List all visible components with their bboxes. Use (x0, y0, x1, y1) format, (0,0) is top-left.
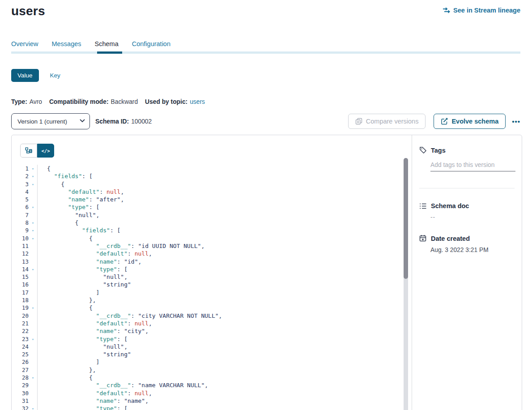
line-number: 20 (12, 312, 29, 320)
line-number: 13 (12, 258, 29, 265)
tab-schema[interactable]: Schema (95, 40, 119, 53)
code-line: 18 }, (12, 296, 411, 304)
code-line: 6▾ "type": [ (12, 203, 411, 211)
fold-toggle-icon[interactable]: ▾ (29, 405, 37, 410)
fold-toggle-icon[interactable]: ▾ (29, 304, 37, 312)
code-text: { (37, 235, 93, 242)
calendar-plus-icon (419, 235, 427, 242)
code-line: 28▾ { (12, 374, 411, 381)
code-line: 15 "null", (12, 273, 411, 281)
tags-title: Tags (431, 147, 446, 154)
code-text: "fields": [ (37, 173, 93, 179)
topic-link[interactable]: users (190, 98, 205, 105)
line-number: 11 (12, 242, 29, 250)
code-line: 26 ] (12, 358, 411, 366)
line-number: 18 (12, 296, 29, 304)
line-number: 10 (12, 235, 29, 242)
line-number: 32 (12, 405, 29, 410)
tab-configuration[interactable]: Configuration (132, 40, 170, 53)
code-editor[interactable]: 1▾{2▾ "fields": [3▾ {4 "default": null,5… (12, 165, 411, 410)
schema-doc-value: -- (430, 214, 515, 221)
key-toggle-button[interactable]: Key (50, 72, 60, 79)
code-line: 7 "null", (12, 211, 411, 219)
code-line: 25 "string" (12, 350, 411, 358)
code-line: 14▾ "type": [ (12, 265, 411, 273)
used-by-topic-label: Used by topic: (145, 98, 187, 105)
line-number: 9 (12, 226, 29, 234)
line-number: 30 (12, 389, 29, 397)
fold-toggle-icon[interactable]: ▾ (29, 204, 37, 211)
fold-toggle-icon[interactable]: ▾ (29, 336, 37, 343)
code-line: 31 "name": "name", (12, 397, 411, 405)
version-select[interactable]: Version 1 (current) (11, 113, 90, 129)
code-line: 5 "name": "after", (12, 196, 411, 203)
code-text: "null", (37, 343, 128, 350)
editor-scrollbar-track[interactable] (404, 158, 408, 410)
code-line: 32▾ "type": [ (12, 405, 411, 410)
code-line: 21 "default": null, (12, 320, 411, 327)
date-created-value: Aug. 3 2022 3:21 PM (430, 247, 515, 253)
compare-versions-button[interactable]: Compare versions (348, 114, 426, 129)
evolve-schema-label: Evolve schema (451, 118, 498, 125)
version-bar: Version 1 (current) Schema ID: 100002 Co… (11, 113, 522, 129)
edit-icon (441, 118, 448, 125)
active-tab-marker (97, 51, 122, 54)
schema-id-value: 100002 (131, 118, 152, 125)
line-number: 15 (12, 273, 29, 281)
code-view-button[interactable]: </> (37, 144, 54, 158)
compare-versions-label: Compare versions (366, 118, 419, 125)
line-number: 27 (12, 366, 29, 374)
fold-toggle-icon[interactable]: ▾ (29, 173, 37, 180)
more-actions-button[interactable]: ••• (510, 116, 522, 127)
line-number: 1 (12, 165, 29, 172)
code-text: }, (37, 367, 96, 373)
line-number: 22 (12, 327, 29, 335)
line-number: 6 (12, 203, 29, 211)
fold-toggle-icon[interactable]: ▾ (29, 181, 37, 188)
fold-toggle-icon[interactable]: ▾ (29, 374, 37, 382)
code-line: 19▾ { (12, 304, 411, 312)
line-number: 19 (12, 304, 29, 312)
fold-toggle-icon[interactable]: ▾ (29, 219, 37, 227)
evolve-schema-button[interactable]: Evolve schema (434, 114, 506, 129)
fold-toggle-icon[interactable]: ▾ (29, 235, 37, 243)
compare-icon (355, 118, 362, 125)
page-title: users (11, 4, 45, 18)
fold-toggle-icon[interactable]: ▾ (29, 165, 37, 173)
code-text: "default": null, (37, 250, 152, 257)
line-number: 29 (12, 381, 29, 389)
code-text: "name": "after", (37, 196, 124, 203)
fold-toggle-icon[interactable]: ▾ (29, 266, 37, 273)
tab-messages[interactable]: Messages (51, 40, 81, 53)
code-text: "type": [ (37, 266, 128, 273)
tags-input[interactable] (430, 162, 515, 171)
code-line: 29 "__crdb__": "name VARCHAR NULL", (12, 381, 411, 389)
code-text: "type": [ (37, 405, 128, 410)
value-toggle-button[interactable]: Value (11, 69, 39, 82)
code-line: 16 "string" (12, 281, 411, 288)
code-line: 12 "default": null, (12, 250, 411, 257)
code-line: 10▾ { (12, 235, 411, 242)
tree-view-button[interactable] (20, 144, 37, 158)
line-number: 31 (12, 397, 29, 405)
code-text: ] (37, 359, 99, 365)
line-number: 21 (12, 320, 29, 327)
line-number: 24 (12, 343, 29, 350)
schema-id-label: Schema ID: (95, 118, 129, 125)
tree-view-icon (25, 147, 33, 154)
schema-sidebar: Tags Schema doc -- (412, 135, 522, 410)
stream-lineage-link[interactable]: See in Stream lineage (442, 7, 520, 14)
schema-meta-row: Type: Avro Compatibility mode: Backward … (11, 98, 205, 105)
code-line: 9▾ "fields": [ (12, 226, 411, 234)
schema-doc-title: Schema doc (431, 202, 469, 209)
code-view-icon: </> (42, 148, 50, 154)
code-text: "default": null, (37, 320, 152, 327)
editor-scrollbar-thumb[interactable] (404, 158, 408, 279)
code-text: "name": "city", (37, 328, 149, 334)
code-line: 4 "default": null, (12, 188, 411, 196)
code-text: "name": "id", (37, 258, 141, 265)
tab-underline (11, 51, 520, 54)
tab-overview[interactable]: Overview (11, 40, 38, 53)
code-line: 11 "__crdb__": "id UUID NOT NULL", (12, 242, 411, 250)
fold-toggle-icon[interactable]: ▾ (29, 227, 37, 235)
